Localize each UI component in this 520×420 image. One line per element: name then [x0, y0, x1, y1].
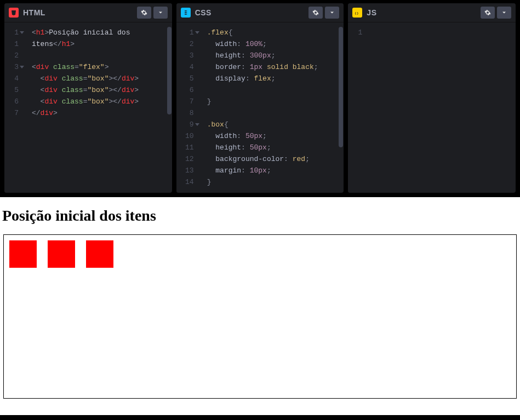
js-badge-icon: ( )	[352, 8, 362, 18]
panel-html-title: HTML	[23, 8, 45, 17]
panel-js-gutter: 1	[348, 22, 367, 193]
panel-css-actions	[308, 7, 339, 19]
panel-html-code-area[interactable]: 11234567 <h1>Posição inicial dos itens</…	[4, 22, 172, 193]
panel-css-gutter: 1234567891011121314	[176, 22, 198, 193]
output-box	[86, 240, 113, 268]
panel-html-header: HTML	[4, 3, 172, 22]
panel-html-actions	[137, 7, 168, 19]
gear-icon	[312, 9, 319, 16]
panel-js-header: ( ) JS	[348, 3, 516, 22]
panel-html-dropdown-button[interactable]	[153, 7, 168, 19]
panel-html-scrollbar[interactable]	[167, 27, 172, 114]
output-heading: Posição inicial dos itens	[0, 197, 520, 234]
panel-js: ( ) JS 1	[348, 3, 516, 193]
output-flex-container	[3, 234, 517, 399]
panel-js-dropdown-button[interactable]	[497, 7, 511, 19]
output-box	[48, 240, 75, 268]
panel-js-settings-button[interactable]	[481, 7, 495, 19]
chevron-down-icon	[501, 9, 507, 16]
panel-html-settings-button[interactable]	[137, 7, 151, 19]
panel-js-title-wrap: ( ) JS	[352, 8, 376, 18]
panel-css-code[interactable]: .flex{ width: 100%; height: 300px; borde…	[198, 22, 344, 193]
editors-row: HTML 11234567 <h1>Posição inicial dos it…	[0, 0, 520, 197]
gear-icon	[141, 9, 147, 16]
panel-css-header: CSS	[176, 3, 344, 22]
gear-icon	[484, 9, 491, 16]
panel-css: CSS 1234567891011121314 .flex{ width: 10…	[176, 3, 344, 193]
panel-js-code[interactable]	[367, 22, 516, 193]
panel-html: HTML 11234567 <h1>Posição inicial dos it…	[4, 3, 172, 193]
output-preview: Posição inicial dos itens	[0, 197, 520, 415]
panel-html-title-wrap: HTML	[9, 8, 45, 18]
panel-css-settings-button[interactable]	[308, 7, 323, 19]
panel-css-dropdown-button[interactable]	[325, 7, 339, 19]
panel-css-title-wrap: CSS	[181, 8, 212, 18]
panel-css-title: CSS	[195, 8, 212, 17]
panel-js-title: JS	[367, 8, 376, 17]
panel-html-code[interactable]: <h1>Posição inicial dos itens</h1> <div …	[23, 22, 172, 193]
output-box	[9, 240, 37, 268]
panel-js-actions	[481, 7, 511, 19]
chevron-down-icon	[157, 9, 164, 16]
panel-html-gutter: 11234567	[4, 22, 23, 193]
panel-css-scrollbar[interactable]	[339, 27, 343, 147]
panel-js-code-area[interactable]: 1	[348, 22, 516, 193]
css-badge-icon	[181, 8, 191, 18]
html-badge-icon	[9, 8, 19, 18]
panel-css-code-area[interactable]: 1234567891011121314 .flex{ width: 100%; …	[176, 22, 344, 193]
svg-text:( ): ( )	[355, 11, 358, 15]
chevron-down-icon	[329, 9, 335, 16]
